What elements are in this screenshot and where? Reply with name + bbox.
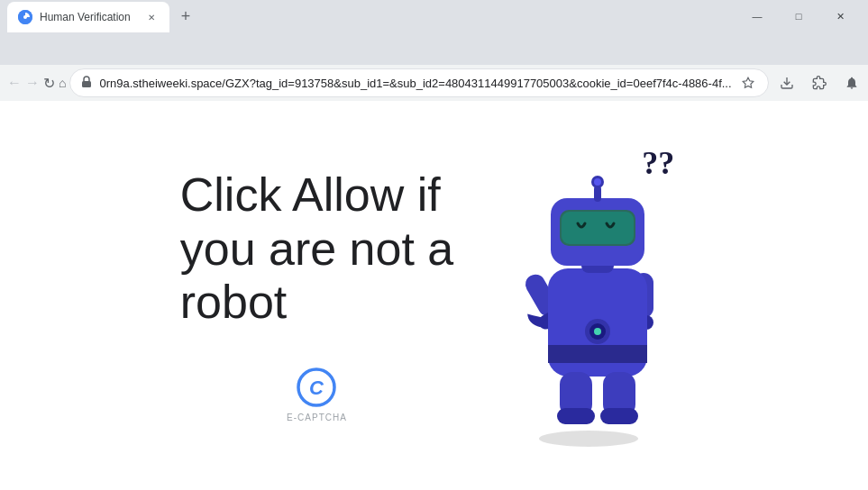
heading-line2: you are not a [180,222,454,277]
close-button[interactable]: ✕ [819,0,861,32]
tab-title: Human Verification [40,11,137,23]
back-button[interactable]: ← [7,68,22,97]
forward-button[interactable]: → [25,68,40,97]
bookmark-star-icon[interactable] [739,74,757,92]
extension-puzzle-icon[interactable] [805,68,834,97]
ecaptcha-c-logo: C [295,366,338,409]
svg-rect-12 [548,345,647,363]
maximize-button[interactable]: □ [778,0,819,32]
robot-svg [507,151,688,440]
svg-rect-26 [600,408,638,424]
url-text: 0rn9a.stheiweeki.space/GZX?tag_id=913758… [99,77,731,90]
robot-illustration: ?? [489,133,688,458]
heading-line3: robot [180,276,454,330]
address-action-icons [739,74,757,92]
toolbar-icons: ⋮ [772,68,868,97]
notification-bell-icon[interactable] [837,68,866,97]
reload-button[interactable]: ↻ [43,68,55,97]
ecaptcha-label: E-CAPTCHA [287,413,347,422]
lock-icon [81,76,92,91]
heading-line1: Click Allow if [180,168,454,222]
ecaptcha-logo: C E-CAPTCHA [180,366,454,422]
robot-container: ?? [498,142,679,449]
svg-text:C: C [309,377,324,399]
tab-bar: Human Verification ✕ + — □ ✕ [0,0,868,32]
svg-rect-24 [557,408,595,424]
svg-point-22 [594,178,601,186]
tab-close-button[interactable]: ✕ [144,10,159,24]
svg-point-1 [23,15,27,19]
window-controls: — □ ✕ [736,0,861,32]
content-area: Click Allow if you are not a robot C E-C… [0,101,868,490]
download-icon[interactable] [772,68,801,97]
robot-shadow [539,431,638,447]
home-button[interactable]: ⌂ [59,68,66,97]
svg-marker-3 [743,77,754,87]
main-heading: Click Allow if you are not a robot [180,168,454,330]
title-bar: Human Verification ✕ + — □ ✕ [0,0,868,32]
svg-point-15 [594,328,601,335]
svg-rect-19 [562,212,634,244]
page-content: Click Allow if you are not a robot C E-C… [0,101,868,490]
text-section: Click Allow if you are not a robot C E-C… [180,168,454,422]
svg-rect-2 [82,81,91,87]
tab-favicon [18,10,32,24]
browser-tab[interactable]: Human Verification ✕ [7,2,169,32]
nav-bar: ← → ↻ ⌂ 0rn9a.stheiweeki.space/GZX?tag_i… [0,65,868,101]
address-bar[interactable]: 0rn9a.stheiweeki.space/GZX?tag_id=913758… [69,68,768,97]
browser-frame: Human Verification ✕ + — □ ✕ ← → ↻ ⌂ 0rn… [0,0,868,490]
new-tab-button[interactable]: + [173,4,198,29]
minimize-button[interactable]: — [736,0,778,32]
